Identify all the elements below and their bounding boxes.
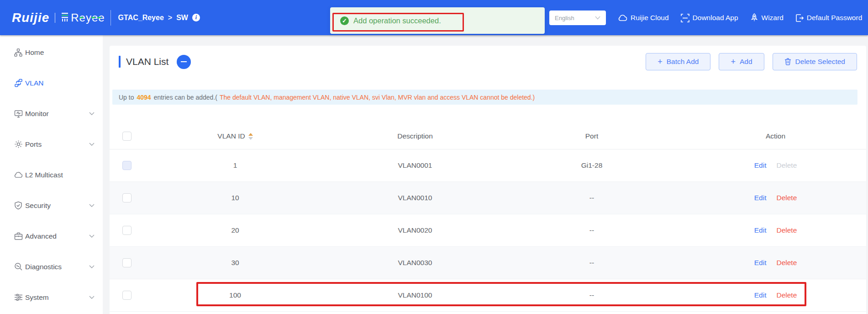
delete-link[interactable]: Delete bbox=[776, 291, 797, 299]
cell-port: -- bbox=[499, 226, 685, 234]
gear-icon bbox=[14, 140, 23, 149]
minus-icon bbox=[181, 61, 187, 62]
sidebar-item-diagnostics[interactable]: Diagnostics bbox=[0, 251, 103, 282]
sidebar-nav: Home VLAN Monitor Ports bbox=[0, 35, 103, 314]
notice-warning: The default VLAN, management VLAN, nativ… bbox=[220, 94, 535, 101]
cell-vlan-id: 20 bbox=[139, 226, 331, 234]
edit-link[interactable]: Edit bbox=[754, 259, 767, 267]
edit-link[interactable]: Edit bbox=[754, 226, 767, 234]
sidebar-label: Monitor bbox=[25, 110, 49, 118]
cell-action: Edit Delete bbox=[685, 291, 866, 299]
sidebar-item-security[interactable]: Security bbox=[0, 190, 103, 221]
cell-description: VLAN0100 bbox=[331, 291, 499, 299]
column-header-vlan-id: VLAN ID bbox=[139, 132, 331, 140]
qr-scan-icon bbox=[681, 14, 689, 22]
sort-icon bbox=[248, 133, 253, 140]
row-checkbox bbox=[122, 161, 132, 170]
chevron-down-icon bbox=[89, 234, 95, 238]
sidebar-item-l2-multicast[interactable]: L2 Multicast bbox=[0, 160, 103, 190]
sidebar-item-monitor[interactable]: Monitor bbox=[0, 98, 103, 129]
collapse-section-button[interactable] bbox=[177, 55, 191, 69]
breadcrumb-separator: > bbox=[168, 14, 172, 22]
header-actions: English Ruijie Cloud Download App Wizard bbox=[549, 11, 862, 25]
cloud-icon bbox=[618, 14, 627, 21]
sidebar-item-home[interactable]: Home bbox=[0, 37, 103, 68]
sidebar-item-advanced[interactable]: Advanced bbox=[0, 221, 103, 251]
table-row-vlan-30: 30 VLAN0030 -- Edit Delete bbox=[110, 247, 866, 279]
reyee-glyph-icon bbox=[61, 12, 69, 24]
rocket-icon bbox=[750, 13, 758, 22]
vlan-id-sort[interactable]: VLAN ID bbox=[217, 132, 253, 140]
breadcrumb-device[interactable]: SW bbox=[176, 14, 188, 22]
sidebar-label: Diagnostics bbox=[25, 263, 62, 271]
cell-description: VLAN0010 bbox=[331, 194, 499, 202]
add-label: Add bbox=[740, 58, 752, 66]
sidebar-label: System bbox=[25, 293, 49, 302]
cell-action: Edit Delete bbox=[685, 194, 866, 202]
brand-logo: Ruijie Reyee bbox=[0, 10, 118, 26]
notice-bar: Up to 4094 entries can be added.( The de… bbox=[112, 90, 857, 105]
sidebar-label: Ports bbox=[25, 140, 42, 149]
delete-link[interactable]: Delete bbox=[776, 259, 797, 267]
check-circle-icon: ✓ bbox=[340, 16, 349, 25]
green-accent bbox=[91, 17, 95, 18]
edit-link[interactable]: Edit bbox=[754, 194, 767, 202]
sidebar-item-vlan[interactable]: VLAN bbox=[0, 68, 103, 98]
add-button[interactable]: + Add bbox=[719, 53, 764, 70]
cell-port: -- bbox=[499, 291, 685, 299]
cell-description: VLAN0001 bbox=[331, 161, 499, 170]
sidebar-label: L2 Multicast bbox=[25, 171, 63, 179]
cell-vlan-id: 10 bbox=[139, 194, 331, 202]
language-value: English bbox=[555, 15, 574, 21]
batch-add-label: Batch Add bbox=[667, 58, 699, 66]
logo-pipe-divider bbox=[55, 13, 55, 23]
header-divider bbox=[110, 10, 111, 26]
select-all-checkbox[interactable] bbox=[122, 132, 132, 141]
sidebar-item-ports[interactable]: Ports bbox=[0, 129, 103, 160]
cell-action: Edit Delete bbox=[685, 161, 866, 170]
wizard-link[interactable]: Wizard bbox=[750, 13, 784, 22]
batch-add-button[interactable]: + Batch Add bbox=[646, 53, 710, 70]
sidebar-item-system[interactable]: System bbox=[0, 282, 103, 313]
download-app-link[interactable]: Download App bbox=[681, 14, 738, 22]
default-password-label: Default Password bbox=[807, 14, 862, 22]
row-checkbox[interactable] bbox=[122, 193, 132, 202]
notice-prefix: Up to bbox=[119, 94, 134, 101]
delete-link[interactable]: Delete bbox=[776, 226, 797, 234]
chevron-down-icon bbox=[89, 204, 95, 208]
chevron-down-icon bbox=[89, 296, 95, 299]
language-select[interactable]: English bbox=[549, 11, 606, 25]
success-toast: ✓ Add operation succeeded. bbox=[330, 7, 545, 34]
delete-link[interactable]: Delete bbox=[776, 194, 797, 202]
cell-description: VLAN0020 bbox=[331, 226, 499, 234]
plus-icon: + bbox=[731, 58, 736, 66]
delete-selected-button[interactable]: Delete Selected bbox=[773, 53, 857, 70]
magnifier-wave-icon bbox=[14, 262, 23, 271]
green-accent bbox=[97, 17, 101, 18]
edit-link[interactable]: Edit bbox=[754, 161, 767, 170]
vlan-table: VLAN ID Description Port Action 1 VLAN00… bbox=[110, 123, 866, 312]
cell-action: Edit Delete bbox=[685, 226, 866, 234]
ruijie-cloud-link[interactable]: Ruijie Cloud bbox=[618, 14, 669, 22]
ruijie-cloud-label: Ruijie Cloud bbox=[631, 14, 669, 22]
delete-selected-label: Delete Selected bbox=[795, 58, 845, 66]
title-accent-bar bbox=[119, 56, 121, 68]
breadcrumb-site[interactable]: GTAC_Reyee bbox=[118, 14, 164, 22]
sitemap-icon bbox=[14, 48, 23, 57]
row-checkbox[interactable] bbox=[122, 258, 132, 267]
row-checkbox[interactable] bbox=[122, 291, 132, 300]
vlan-list-card: VLAN List + Batch Add + Add Delete Selec… bbox=[110, 46, 866, 314]
page-title: VLAN List bbox=[126, 56, 168, 67]
column-header-port: Port bbox=[499, 132, 685, 140]
info-circle-icon[interactable]: i bbox=[192, 14, 200, 21]
cell-port: -- bbox=[499, 259, 685, 267]
trash-icon bbox=[784, 58, 791, 65]
toast-message: Add operation succeeded. bbox=[353, 16, 441, 25]
table-row-vlan-10: 10 VLAN0010 -- Edit Delete bbox=[110, 182, 866, 214]
edit-link[interactable]: Edit bbox=[754, 291, 767, 299]
default-password-link[interactable]: Default Password bbox=[795, 14, 862, 22]
column-header-description: Description bbox=[331, 132, 499, 140]
brand-primary: Ruijie bbox=[12, 11, 49, 25]
cloud-icon bbox=[14, 170, 23, 180]
row-checkbox[interactable] bbox=[122, 226, 132, 235]
